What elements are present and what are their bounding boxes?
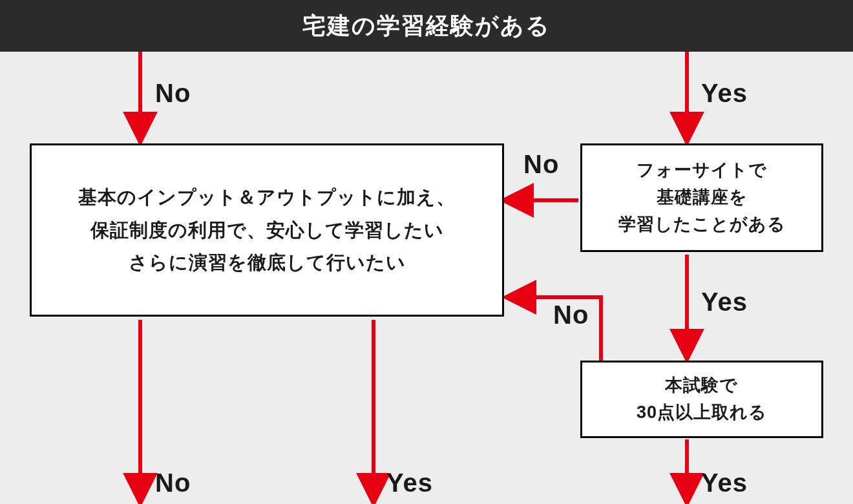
edge-label-no: No <box>155 468 191 498</box>
node-text: フォーサイトで 基礎講座を 学習したことがある <box>618 157 786 238</box>
node-text: 本試験で 30点以上取れる <box>637 372 767 426</box>
node-line: さらに演習を徹底して行いたい <box>129 252 406 273</box>
flow-header: 宅建の学習経験がある <box>0 0 853 52</box>
node-input-output-guarantee: 基本のインプット＆アウトプットに加え、 保証制度の利用で、安心して学習したい さ… <box>30 143 504 317</box>
edge-label-yes: Yes <box>701 288 748 317</box>
node-line: 基本のインプット＆アウトプットに加え、 <box>78 187 456 207</box>
node-exam-score-30: 本試験で 30点以上取れる <box>580 361 823 438</box>
node-line: 基礎講座を <box>657 187 748 207</box>
edge-label-no: No <box>155 79 191 108</box>
flow-header-title: 宅建の学習経験がある <box>302 10 551 42</box>
node-line: フォーサイトで <box>637 160 767 180</box>
edge-label-yes: Yes <box>701 468 748 498</box>
edge-label-yes: Yes <box>701 79 748 108</box>
edge-label-yes: Yes <box>386 468 433 498</box>
node-line: 保証制度の利用で、安心して学習したい <box>90 220 444 240</box>
node-line: 本試験で <box>665 375 738 395</box>
node-line: 30点以上取れる <box>637 403 767 422</box>
edge-label-no: No <box>523 150 559 179</box>
edge-label-no: No <box>553 300 589 330</box>
node-foresight-basic-course: フォーサイトで 基礎講座を 学習したことがある <box>580 143 823 252</box>
node-text: 基本のインプット＆アウトプットに加え、 保証制度の利用で、安心して学習したい さ… <box>78 181 456 279</box>
node-line: 学習したことがある <box>618 215 786 234</box>
